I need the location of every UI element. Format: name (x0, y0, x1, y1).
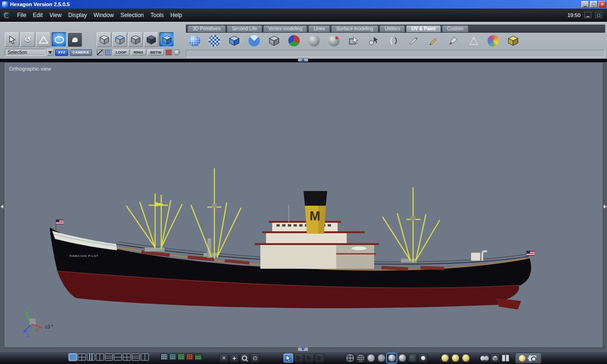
tab-custom[interactable]: Custom (442, 25, 469, 32)
selection-mode-dropdown[interactable]: Selection (5, 49, 46, 56)
material-sphere-icon-2[interactable] (451, 354, 460, 363)
xyz-button[interactable]: XYZ (55, 49, 68, 56)
cube-sphere-icon[interactable] (490, 354, 500, 363)
layout-3row-icon[interactable] (105, 354, 113, 361)
layout-single-icon[interactable] (69, 354, 77, 361)
camera-icon[interactable] (528, 354, 537, 363)
scroll-down-handle[interactable] (298, 347, 308, 351)
uv-dot-sphere-icon[interactable] (325, 33, 342, 48)
scroll-up-handle[interactable] (298, 58, 308, 62)
tab-utilities[interactable]: Utilities (379, 25, 405, 32)
tab-lines[interactable]: Lines (308, 25, 330, 32)
close-button[interactable] (598, 1, 606, 8)
uv-grid-icon[interactable] (105, 49, 111, 55)
grid-red-icon[interactable] (166, 49, 172, 55)
shading-flat-icon[interactable] (366, 354, 376, 363)
menu-display[interactable]: Display (65, 12, 90, 18)
select-drop-icon[interactable] (315, 354, 324, 363)
area-selection-icon[interactable] (67, 32, 82, 47)
uv-palette-icon[interactable] (485, 33, 502, 48)
loop-button[interactable]: LOOP (113, 49, 129, 55)
tab-3d-primitives[interactable]: 3D Primitives (187, 25, 226, 32)
cube-top-face-icon[interactable] (112, 32, 127, 47)
uv-rgb-sphere-icon[interactable] (285, 33, 303, 48)
uv-brush-icon[interactable] (445, 33, 462, 48)
look-at-icon[interactable] (250, 354, 260, 363)
menu-window[interactable]: Window (90, 12, 117, 18)
uv-unwrap-cube-icon[interactable] (505, 33, 522, 48)
uv-material-sphere-icon[interactable] (305, 33, 322, 48)
maximize-button[interactable] (590, 1, 598, 8)
menu-help[interactable]: Help (167, 12, 185, 18)
ship-model[interactable]: HAWAIIAN PILOT (50, 169, 534, 309)
material-sphere-icon-1[interactable] (440, 354, 450, 363)
shading-vertex-icon[interactable] (418, 354, 428, 363)
layout-2-1-icon[interactable] (132, 354, 140, 361)
grid-magnet-icon[interactable] (186, 354, 193, 360)
ring-button[interactable]: RING (131, 49, 146, 55)
tab-second-life[interactable]: Second Life (227, 25, 262, 32)
menu-tools[interactable]: Tools (147, 12, 167, 18)
uv-checker-sphere-icon[interactable] (206, 33, 223, 48)
zoom-icon[interactable] (240, 354, 249, 363)
uv-pick-color-icon[interactable] (365, 33, 382, 48)
menu-file[interactable]: File (14, 12, 29, 18)
camera-button[interactable]: CAMERA (70, 49, 92, 56)
shading-wireframe-icon[interactable] (345, 354, 355, 363)
shading-smooth-icon[interactable] (387, 354, 396, 363)
scroll-right-arrow[interactable] (604, 205, 607, 209)
select-pointer-icon[interactable] (284, 354, 293, 363)
select-plus-icon[interactable] (304, 354, 314, 363)
uv-select-face-icon[interactable] (345, 33, 362, 48)
layout-quad-icon[interactable] (78, 354, 86, 361)
select-lasso-icon[interactable] (294, 354, 304, 363)
layout-1-2-icon[interactable] (123, 354, 131, 361)
cube-dark-icon[interactable] (144, 32, 158, 47)
grid-3d-icon[interactable] (160, 354, 168, 360)
scene-canvas[interactable]: HAWAIIAN PILOT (4, 63, 603, 348)
doc-minimize-button[interactable] (584, 12, 591, 18)
menu-view[interactable]: View (46, 12, 65, 18)
menu-edit[interactable]: Edit (29, 12, 46, 18)
paint-selection-icon[interactable] (52, 32, 66, 47)
lasso-selection-icon[interactable] (36, 32, 51, 47)
scroll-left-arrow[interactable] (0, 205, 3, 209)
tab-vertex-modeling[interactable]: Vertex modeling (263, 25, 308, 32)
uv-quarter-sphere-icon[interactable] (246, 33, 263, 48)
grid-table-icon[interactable] (194, 354, 202, 360)
panels-icon[interactable] (501, 354, 510, 363)
uv-mirror-icon[interactable] (385, 33, 402, 48)
select-arrow-icon[interactable] (5, 32, 19, 47)
viewport-3d[interactable]: HAWAIIAN PILOT (4, 62, 603, 348)
edge-draw-icon[interactable] (97, 49, 103, 55)
grid-snap-icon[interactable] (177, 354, 185, 360)
uv-spray-icon[interactable] (465, 33, 482, 48)
doc-restore-button[interactable] (595, 12, 602, 18)
shading-dark-icon[interactable] (408, 354, 417, 363)
betw-button[interactable]: BETW (147, 49, 165, 55)
light-icon[interactable] (517, 354, 527, 363)
tab-surface-modeling[interactable]: Surface modeling (331, 25, 378, 32)
rotate-selection-icon[interactable]: ↺ (20, 32, 35, 47)
shading-points-icon[interactable] (356, 354, 365, 363)
tab-uv-paint[interactable]: UV & Paint (406, 25, 441, 32)
shading-textured-icon[interactable] (397, 354, 407, 363)
uv-pen-icon[interactable] (425, 33, 442, 48)
cube-outline-icon[interactable] (97, 32, 111, 47)
uv-cubic-mapping-icon[interactable] (226, 33, 243, 48)
layout-split-icon[interactable] (141, 354, 149, 361)
layout-3col-icon[interactable] (87, 354, 95, 361)
uv-spherical-mapping-icon[interactable] (186, 33, 203, 48)
cube-gray-icon[interactable] (128, 32, 143, 47)
grid-draw-icon[interactable] (169, 354, 176, 360)
layout-2row-icon[interactable] (114, 354, 122, 361)
dropdown-arrow-icon[interactable] (47, 49, 54, 56)
cross-icon[interactable] (219, 354, 229, 363)
circle-select-icon[interactable] (174, 49, 180, 55)
cube-blue-icon[interactable] (159, 32, 174, 47)
spheres-pair-icon[interactable] (480, 354, 489, 363)
layout-2col-icon[interactable] (96, 354, 104, 361)
shading-gouraud-icon[interactable] (377, 354, 386, 363)
minimize-button[interactable] (581, 1, 589, 8)
uv-box-mapping-icon[interactable] (266, 33, 283, 48)
